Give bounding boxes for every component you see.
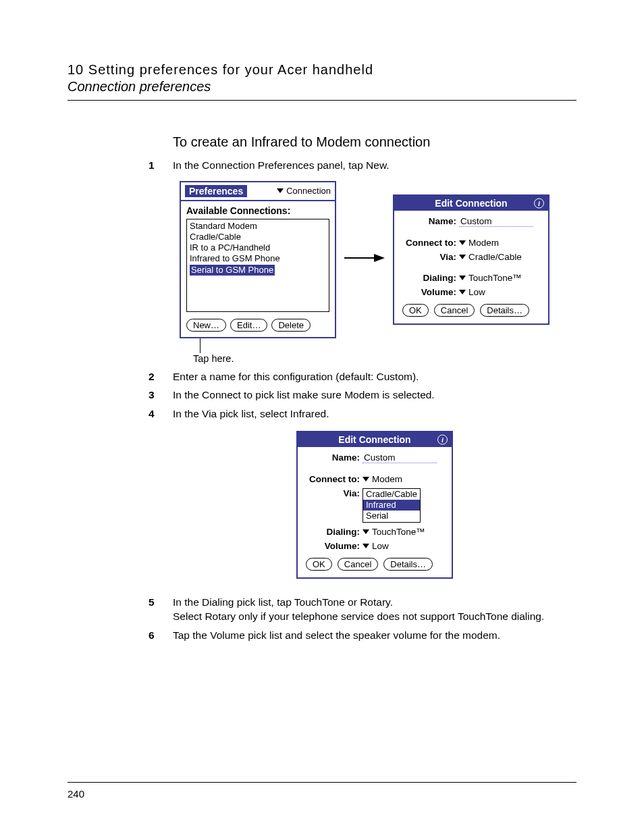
prefs-title: Preferences xyxy=(185,185,247,197)
chevron-down-icon xyxy=(459,255,466,259)
chapter-title: 10 Setting preferences for your Acer han… xyxy=(68,62,576,78)
connect-to-picker[interactable]: Modem xyxy=(363,474,402,484)
delete-button[interactable]: Delete xyxy=(271,319,311,332)
edit-connection-screen-via-open: Edit Connection i Name: Custom Connect t… xyxy=(296,431,453,579)
chevron-down-icon xyxy=(363,477,369,481)
section-subtitle: Connection preferences xyxy=(68,79,576,95)
via-picker[interactable]: Cradle/Cable xyxy=(459,252,522,262)
preferences-screen: Preferences Connection Available Connect… xyxy=(180,181,336,338)
via-option[interactable]: Cradle/Cable xyxy=(363,489,420,500)
name-field[interactable]: Custom xyxy=(363,452,437,463)
page-number: 240 xyxy=(68,788,576,800)
chevron-down-icon xyxy=(459,290,466,294)
connect-to-label: Connect to: xyxy=(401,238,459,248)
step-6: 6 Tap the Volume pick list and select th… xyxy=(173,628,576,643)
callout-line xyxy=(200,338,200,353)
procedure-heading: To create an Infrared to Modem connectio… xyxy=(173,134,576,150)
connect-to-picker[interactable]: Modem xyxy=(459,238,499,248)
info-icon[interactable]: i xyxy=(534,198,544,208)
via-label: Via: xyxy=(304,488,363,498)
step-2: 2 Enter a name for this configuration (d… xyxy=(173,369,576,384)
cancel-button[interactable]: Cancel xyxy=(338,558,378,571)
cancel-button[interactable]: Cancel xyxy=(434,304,475,317)
arrow-right-icon xyxy=(344,253,385,266)
volume-label: Volume: xyxy=(304,541,363,551)
via-label: Via: xyxy=(401,252,459,262)
connections-list[interactable]: Standard Modem Cradle/Cable IR to a PC/H… xyxy=(186,219,329,312)
list-item[interactable]: IR to a PC/Handheld xyxy=(190,242,326,253)
chevron-down-icon xyxy=(459,240,466,245)
edit-button[interactable]: Edit… xyxy=(230,319,267,332)
name-label: Name: xyxy=(401,216,459,226)
prefs-category-picker[interactable]: Connection xyxy=(277,186,331,196)
volume-picker[interactable]: Low xyxy=(459,287,485,297)
via-popup[interactable]: Cradle/Cable Infrared Serial xyxy=(363,488,421,523)
edit-connection-screen: Edit Connection i Name: Custom Connect t… xyxy=(393,194,549,325)
dialing-picker[interactable]: TouchTone™ xyxy=(363,527,425,537)
step-4: 4 In the Via pick list, select Infrared. xyxy=(173,407,576,421)
edit-connection-title: Edit Connection i xyxy=(394,196,548,211)
connect-to-label: Connect to: xyxy=(304,474,363,484)
via-option-selected[interactable]: Infrared xyxy=(363,500,420,511)
screens-row-1: Preferences Connection Available Connect… xyxy=(180,181,576,338)
header-rule xyxy=(68,100,576,101)
dialing-label: Dialing: xyxy=(304,527,363,537)
chevron-down-icon xyxy=(363,529,369,534)
via-option[interactable]: Serial xyxy=(363,511,420,521)
edit-connection-title: Edit Connection i xyxy=(298,432,452,447)
volume-label: Volume: xyxy=(401,287,459,297)
details-button[interactable]: Details… xyxy=(480,304,529,317)
new-button[interactable]: New… xyxy=(186,319,226,332)
name-label: Name: xyxy=(304,452,363,463)
list-item[interactable]: Serial to GSM Phone xyxy=(190,265,326,276)
list-item[interactable]: Cradle/Cable xyxy=(190,232,326,242)
available-connections-heading: Available Connections: xyxy=(186,205,329,216)
svg-marker-1 xyxy=(374,254,385,262)
details-button[interactable]: Details… xyxy=(383,558,433,571)
footer-rule xyxy=(68,782,576,783)
callout-label: Tap here. xyxy=(193,353,234,364)
step-3: 3 In the Connect to pick list make sure … xyxy=(173,388,576,402)
volume-picker[interactable]: Low xyxy=(363,541,389,551)
chevron-down-icon xyxy=(459,276,466,280)
dialing-picker[interactable]: TouchTone™ xyxy=(459,273,522,283)
page-header: 10 Setting preferences for your Acer han… xyxy=(68,62,576,95)
dialing-label: Dialing: xyxy=(401,273,459,283)
list-item[interactable]: Infrared to GSM Phone xyxy=(190,253,326,264)
step-1: 1 In the Connection Preferences panel, t… xyxy=(173,158,576,173)
step-5: 5 In the Dialing pick list, tap TouchTon… xyxy=(173,595,576,624)
ok-button[interactable]: OK xyxy=(306,558,332,571)
name-field[interactable]: Custom xyxy=(459,216,533,227)
chevron-down-icon xyxy=(363,544,369,548)
info-icon[interactable]: i xyxy=(437,434,448,444)
ok-button[interactable]: OK xyxy=(402,304,429,317)
list-item[interactable]: Standard Modem xyxy=(190,221,326,232)
chevron-down-icon xyxy=(277,188,284,193)
